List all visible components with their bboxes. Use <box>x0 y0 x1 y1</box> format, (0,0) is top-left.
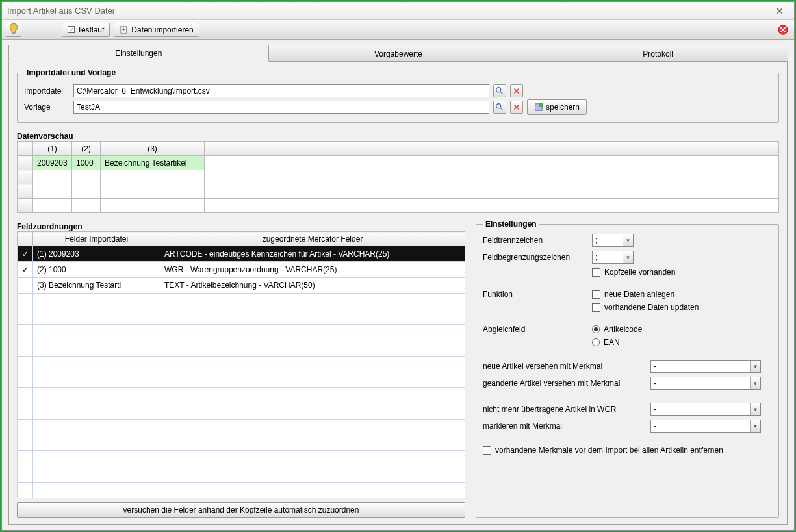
chevron-down-icon: ▼ <box>623 234 633 246</box>
func-new-checkbox[interactable] <box>592 290 600 299</box>
close-icon <box>777 24 789 36</box>
field-delim-label: Feldbegrenzungszeichen <box>483 253 587 262</box>
preview-table: (1) (2) (3) 2009203 1000 Bezeichnung Tes… <box>17 141 779 213</box>
new-marker-label: neue Artikel versehen mit Merkmal <box>483 362 645 371</box>
preview-row-1[interactable]: 2009203 1000 Bezeichnung Testartikel <box>18 156 779 170</box>
import-label: Daten importieren <box>131 25 193 34</box>
window-title: Import Artikel aus CSV Datei <box>7 6 771 16</box>
func-update-checkbox[interactable] <box>592 303 600 312</box>
match-art-label: Artikelcode <box>604 325 642 334</box>
dialog-window: Import Artikel aus CSV Datei ✕ ✓ Testlau… <box>1 1 795 531</box>
browse-template-button[interactable] <box>493 101 506 114</box>
tab-body: Importdatei und Vorlage Importdatei Vorl… <box>8 61 788 525</box>
mark-with-label: markieren mit Merkmal <box>483 422 645 431</box>
import-icon <box>120 25 129 34</box>
preview-label: Datenvorschau <box>17 132 779 141</box>
match-artikelcode-radio[interactable] <box>592 325 600 333</box>
file-template-group: Importdatei und Vorlage Importdatei Vorl… <box>17 68 779 123</box>
toolbar: ✓ Testlauf Daten importieren <box>2 20 794 40</box>
x-icon <box>512 86 521 95</box>
settings-legend: Einstellungen <box>483 220 539 229</box>
mapping-table: Felder Importdatei zugeordnete Mercator … <box>17 231 465 498</box>
chevron-down-icon: ▼ <box>750 420 760 432</box>
titlebar: Import Artikel aus CSV Datei ✕ <box>2 2 794 20</box>
auto-map-button[interactable]: versuchen die Felder anhand der Kopfzeil… <box>17 502 465 518</box>
mapping-row-2[interactable]: ✓ (2) 1000 WGR - Warengruppenzuordnung -… <box>18 262 465 277</box>
chevron-down-icon: ▼ <box>750 403 760 415</box>
mapping-label: Feldzuordnungen <box>17 222 465 231</box>
tab-protokoll[interactable]: Protokoll <box>528 45 788 62</box>
svg-point-4 <box>496 104 501 108</box>
tab-einstellungen[interactable]: Einstellungen <box>8 45 269 62</box>
search-icon <box>495 103 504 112</box>
toolbar-close-button[interactable] <box>776 23 790 37</box>
clear-template-button[interactable] <box>510 101 523 114</box>
not-trans-label: nicht mehr übertragene Artikel in WGR <box>483 405 645 414</box>
importdatei-label: Importdatei <box>24 86 70 95</box>
check-icon: ✓ <box>68 26 75 33</box>
save-template-button[interactable]: speichern <box>527 99 587 115</box>
preview-col-2: (2) <box>72 142 101 156</box>
search-icon <box>495 86 504 95</box>
match-ean-label: EAN <box>604 338 620 347</box>
header-row-label: Kopfzeile vorhanden <box>604 268 675 277</box>
remove-existing-label: vorhandene Merkmale vor dem Import bei a… <box>495 446 723 455</box>
chg-marker-label: geänderte Artikel versehen mit Merkmal <box>483 379 645 388</box>
tab-strip: Einstellungen Vorgabewerte Protokoll <box>8 45 788 62</box>
not-trans-combo[interactable]: -▼ <box>650 403 761 416</box>
match-label: Abgleichfeld <box>483 325 587 334</box>
func-update-label: vorhandene Daten updaten <box>604 303 699 312</box>
svg-rect-0 <box>12 32 16 34</box>
content-area: Einstellungen Vorgabewerte Protokoll Imp… <box>2 40 794 530</box>
window-close-button[interactable]: ✕ <box>771 5 789 18</box>
save-label: speichern <box>546 103 580 112</box>
save-icon <box>534 103 543 112</box>
settings-group: Einstellungen Feldtrennzeichen ;▼ Feldbe… <box>476 220 779 518</box>
match-ean-radio[interactable] <box>592 338 600 346</box>
import-button[interactable]: Daten importieren <box>114 23 199 37</box>
x-icon <box>512 103 521 112</box>
svg-point-3 <box>496 88 501 92</box>
function-label: Funktion <box>483 290 587 299</box>
testlauf-button[interactable]: ✓ Testlauf <box>62 23 110 37</box>
preview-col-3: (3) <box>101 142 205 156</box>
vorlage-label: Vorlage <box>24 103 70 112</box>
chevron-down-icon: ▼ <box>623 251 633 263</box>
remove-existing-checkbox[interactable] <box>483 446 491 455</box>
importdatei-input[interactable] <box>73 84 489 97</box>
new-marker-combo[interactable]: -▼ <box>650 360 761 373</box>
testlauf-label: Testlauf <box>77 25 104 34</box>
mapping-row-3[interactable]: (3) Bezeichnung Testarti TEXT - Artikelb… <box>18 277 465 293</box>
help-button[interactable] <box>6 23 21 37</box>
tab-vorgabewerte[interactable]: Vorgabewerte <box>268 45 529 62</box>
chevron-down-icon: ▼ <box>750 377 760 389</box>
field-sep-label: Feldtrennzeichen <box>483 236 587 245</box>
mapping-header-source: Felder Importdatei <box>33 232 160 246</box>
mapping-header-target: zugeordnete Mercator Felder <box>160 232 465 246</box>
mapping-row-1[interactable]: ✓ (1) 2009203 ARTCODE - eindeutiges Kenn… <box>18 246 465 262</box>
clear-file-button[interactable] <box>510 84 523 97</box>
field-sep-combo[interactable]: ;▼ <box>592 234 634 247</box>
file-group-legend: Importdatei und Vorlage <box>24 68 118 77</box>
func-new-label: neue Daten anlegen <box>604 290 674 299</box>
browse-file-button[interactable] <box>493 84 506 97</box>
lightbulb-icon <box>6 23 21 37</box>
field-delim-combo[interactable]: ;▼ <box>592 251 634 264</box>
mark-with-combo[interactable]: -▼ <box>650 420 761 433</box>
chevron-down-icon: ▼ <box>750 361 760 372</box>
preview-col-1: (1) <box>33 142 72 156</box>
chg-marker-combo[interactable]: -▼ <box>650 377 761 390</box>
vorlage-input[interactable] <box>73 101 489 114</box>
header-row-checkbox[interactable] <box>592 268 600 277</box>
